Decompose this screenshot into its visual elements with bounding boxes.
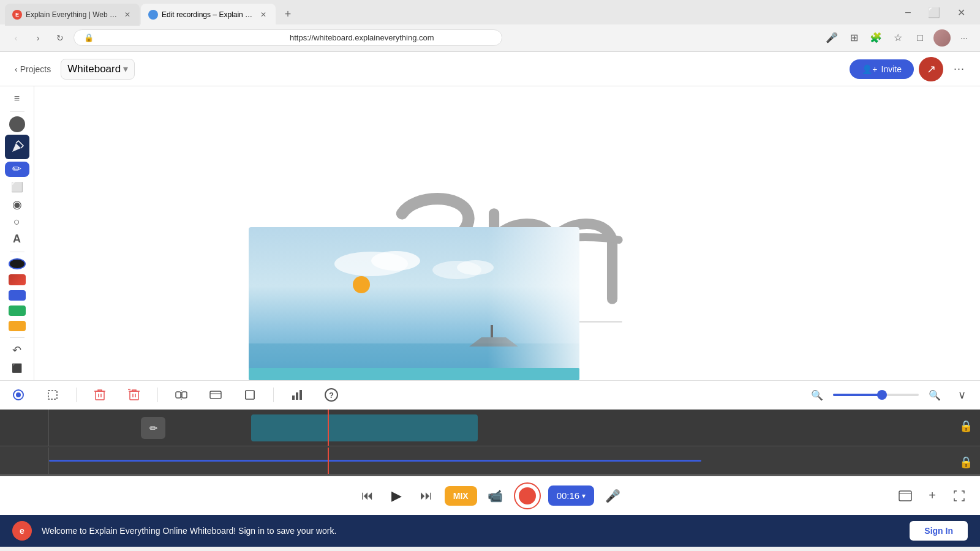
tab-grid-button[interactable]: ⊞	[845, 29, 862, 47]
bottom-right-controls: +	[894, 485, 970, 507]
browser-actions: 🎤 ⊞ 🧩 ☆ □ ···	[823, 29, 973, 47]
collections-button[interactable]: □	[911, 29, 929, 47]
timeline-help-tool[interactable]: ?	[320, 384, 342, 406]
minimize-button[interactable]: –	[900, 4, 916, 20]
video-camera-button[interactable]: 📹	[484, 485, 507, 507]
video-track-content[interactable]: ✏	[49, 410, 980, 446]
tl-sep-2	[157, 388, 158, 402]
timeline-collapse-button[interactable]: ∨	[951, 384, 973, 406]
fill-tool-button[interactable]: ◉	[5, 197, 29, 212]
clip-pencil-marker[interactable]: ✏	[141, 417, 165, 439]
audio-track-content[interactable]	[49, 448, 980, 474]
favorites-button[interactable]: ☆	[889, 29, 907, 47]
zoom-slider-thumb[interactable]	[877, 390, 887, 400]
canvas-area[interactable]	[34, 86, 980, 380]
timeline-toolbar: ? 🔍 🔍 ∨	[0, 380, 980, 410]
svg-rect-20	[176, 392, 181, 398]
rewind-button[interactable]: ⏮	[356, 485, 379, 507]
blue-highlight-bar	[249, 368, 579, 380]
back-nav-button[interactable]: ‹	[7, 29, 24, 47]
fullscreen-button[interactable]	[948, 485, 970, 507]
zoom-slider-container[interactable]	[833, 394, 919, 396]
zoom-in-timeline-button[interactable]: 🔍	[924, 384, 946, 406]
group-icon	[209, 388, 222, 402]
projects-label: Projects	[20, 64, 51, 74]
main-clip-block[interactable]	[251, 414, 478, 441]
audio-lock-icon[interactable]: 🔒	[959, 455, 973, 469]
timeline-group-tool[interactable]	[205, 384, 227, 406]
audio-track-label	[0, 448, 49, 474]
color-black-button[interactable]	[9, 258, 26, 270]
invite-button[interactable]: 👤+ Invite	[850, 59, 914, 79]
undo-button[interactable]: ↶	[5, 343, 29, 358]
svg-rect-21	[182, 392, 187, 398]
text-tool-button[interactable]: A	[5, 232, 29, 247]
whiteboard-dropdown[interactable]: Whiteboard ▾	[61, 59, 135, 80]
timeline-delete-all-tool[interactable]	[123, 384, 145, 406]
playback-controls: ⏮ ▶ ⏭ MIX 📹 00:16 ▾ 🎤	[0, 476, 980, 515]
rewind-icon: ⏮	[361, 489, 374, 503]
share-icon: ↗	[927, 62, 936, 76]
maximize-button[interactable]: ⬜	[923, 4, 945, 21]
black-color-dot	[9, 116, 25, 132]
microphone-button[interactable]: 🎤	[823, 29, 840, 47]
zoom-out-timeline-button[interactable]: 🔍	[806, 384, 828, 406]
crop-icon	[243, 388, 257, 402]
time-display[interactable]: 00:16 ▾	[548, 485, 595, 506]
user-avatar[interactable]	[933, 29, 951, 47]
svg-rect-11	[96, 391, 104, 400]
app-header: ‹ Projects Whiteboard ▾ 👤+ Invite ↗ ···	[0, 52, 980, 86]
color-blue-button[interactable]	[9, 290, 26, 301]
shape-tool-button[interactable]: ○	[5, 214, 29, 230]
timeline-analytics-tool[interactable]	[286, 384, 308, 406]
svg-point-3	[371, 251, 420, 271]
extensions-button[interactable]: 🧩	[867, 29, 884, 47]
menu-tool-button[interactable]: ≡	[5, 91, 29, 107]
gradient-overlay	[488, 227, 579, 374]
add-slide-button[interactable]: ⬛	[5, 360, 29, 375]
back-to-projects-button[interactable]: ‹ Projects	[10, 62, 56, 77]
delete-icon	[94, 388, 106, 402]
track-lock-icon[interactable]: 🔒	[959, 419, 973, 433]
microphone-control-button[interactable]: 🎤	[601, 485, 624, 507]
tab-edit-recordings[interactable]: Edit recordings – Explain Everyth... ✕	[141, 4, 276, 26]
forward-nav-button[interactable]: ›	[29, 29, 47, 47]
tab-explain-everything[interactable]: E Explain Everything | Web W... ✕	[5, 4, 140, 26]
reload-button[interactable]: ↻	[51, 29, 69, 47]
add-track-button[interactable]: +	[921, 485, 943, 507]
sign-in-button[interactable]: Sign In	[910, 521, 968, 541]
pencil-clip-icon: ✏	[149, 422, 157, 434]
marker-tool-button[interactable]: ✏	[5, 162, 29, 177]
timeline-delete-tool[interactable]	[89, 384, 111, 406]
color-swatch-black[interactable]	[5, 116, 29, 132]
more-options-button[interactable]: ···	[948, 58, 970, 80]
browser-chrome: E Explain Everything | Web W... ✕ Edit r…	[0, 0, 980, 52]
tl-zoom-controls: 🔍 🔍 ∨	[806, 384, 973, 406]
video-track-row: ✏ 🔒	[0, 410, 980, 446]
timeline-crop-tool[interactable]	[239, 384, 261, 406]
color-yellow-button[interactable]	[9, 321, 26, 331]
eraser-tool-button[interactable]: ⬜	[5, 179, 29, 195]
pen-tool-button[interactable]	[5, 135, 29, 159]
share-button[interactable]: ↗	[919, 57, 943, 81]
fast-forward-button[interactable]: ⏭	[415, 485, 437, 507]
tab-1-close[interactable]: ✕	[123, 10, 132, 20]
timeline-split-tool[interactable]	[170, 384, 192, 406]
play-button[interactable]: ▶	[386, 485, 408, 507]
mix-button[interactable]: MIX	[445, 486, 477, 506]
new-tab-button[interactable]: +	[279, 6, 296, 23]
main-content: ≡ ✏ ⬜	[0, 86, 980, 380]
record-button[interactable]	[514, 482, 541, 509]
color-green-button[interactable]	[9, 305, 26, 316]
color-red-button[interactable]	[9, 274, 26, 285]
whiteboard-title: Whiteboard	[67, 63, 121, 75]
tl-sep-3	[273, 388, 274, 402]
analytics-icon	[290, 388, 304, 402]
tab-2-close[interactable]: ✕	[258, 10, 268, 20]
window-mode-button[interactable]	[894, 485, 916, 507]
timeline-select-tool[interactable]	[7, 384, 29, 406]
close-button[interactable]: ✕	[952, 4, 970, 21]
timeline-selection-box-tool[interactable]	[42, 384, 64, 406]
address-input[interactable]: 🔒 https://whiteboard.explaineverything.c…	[74, 29, 502, 46]
browser-more-button[interactable]: ···	[956, 29, 973, 47]
